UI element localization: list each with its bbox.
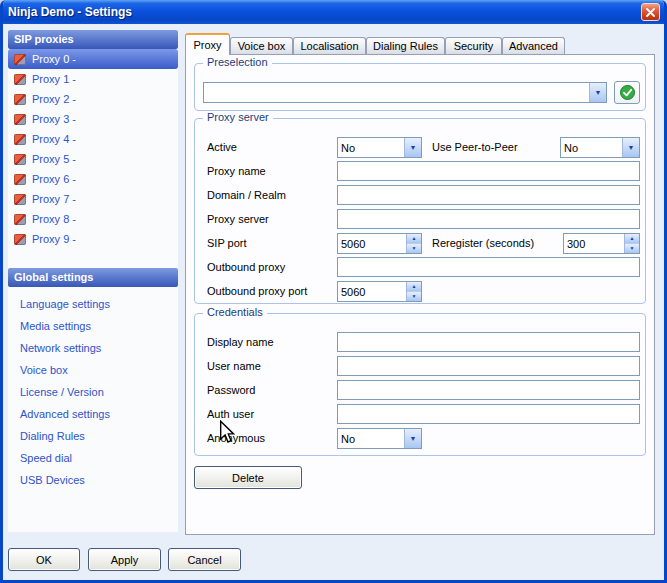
spinner-value: 5060 xyxy=(338,238,406,250)
preselection-dropdown[interactable]: ▼ xyxy=(203,82,607,103)
sidebar-item-label: Proxy 5 - xyxy=(32,153,76,165)
sidebar-item-proxy-6[interactable]: Proxy 6 - xyxy=(8,169,178,189)
field-label: SIP port xyxy=(207,237,247,249)
sidebar-item-speed-dial[interactable]: Speed dial xyxy=(8,448,178,468)
sidebar-item-license-version[interactable]: License / Version xyxy=(8,382,178,402)
close-button[interactable] xyxy=(641,3,660,21)
spinner-down-button[interactable]: ▼ xyxy=(407,244,421,253)
dropdown-button[interactable]: ▼ xyxy=(622,138,639,157)
sidebar-item-media-settings[interactable]: Media settings xyxy=(8,316,178,336)
domain-realm-input[interactable] xyxy=(337,185,640,205)
dropdown-button[interactable]: ▼ xyxy=(404,138,421,157)
proxy-icon xyxy=(14,154,26,165)
spinner-up-button[interactable]: ▲ xyxy=(625,234,639,244)
delete-button[interactable]: Delete xyxy=(194,466,302,489)
anonymous-dropdown[interactable]: No ▼ xyxy=(337,428,422,449)
chevron-down-icon: ▼ xyxy=(410,435,417,442)
settings-window: Ninja Demo - Settings SIP proxies Proxy … xyxy=(0,0,667,583)
sidebar-item-network-settings[interactable]: Network settings xyxy=(8,338,178,358)
spinner-up-button[interactable]: ▲ xyxy=(407,282,421,292)
field-label: Reregister (seconds) xyxy=(432,237,534,249)
field-label: Outbound proxy xyxy=(207,261,285,273)
active-dropdown[interactable]: No ▼ xyxy=(337,137,422,158)
tab-dialing-rules[interactable]: Dialing Rules xyxy=(366,37,445,54)
preselection-group: Preselection ▼ xyxy=(194,63,646,111)
sidebar-header-global-settings: Global settings xyxy=(8,268,178,287)
sidebar-item-label: Proxy 6 - xyxy=(32,173,76,185)
proxy-server-input[interactable] xyxy=(337,209,640,229)
spinner-down-button[interactable]: ▼ xyxy=(407,292,421,301)
chevron-down-icon: ▼ xyxy=(410,144,417,151)
apply-button[interactable]: Apply xyxy=(88,548,161,571)
sidebar-item-proxy-9[interactable]: Proxy 9 - xyxy=(8,229,178,249)
sidebar-item-proxy-0[interactable]: Proxy 0 - xyxy=(8,49,178,69)
sidebar-item-proxy-4[interactable]: Proxy 4 - xyxy=(8,129,178,149)
sidebar-item-proxy-2[interactable]: Proxy 2 - xyxy=(8,89,178,109)
chevron-down-icon: ▼ xyxy=(595,89,602,96)
field-label: Proxy server xyxy=(207,213,269,225)
field-label: Use Peer-to-Peer xyxy=(432,141,518,153)
display-name-input[interactable] xyxy=(337,332,640,352)
credentials-group: Credentials Display name User name Passw… xyxy=(194,313,646,456)
sidebar-item-advanced-settings[interactable]: Advanced settings xyxy=(8,404,178,424)
proxy-icon xyxy=(14,174,26,185)
dropdown-value: No xyxy=(338,142,404,154)
group-legend: Proxy server xyxy=(203,111,273,123)
proxy-icon xyxy=(14,94,26,105)
proxy-icon xyxy=(14,54,26,65)
sidebar-item-label: Proxy 7 - xyxy=(32,193,76,205)
tab-advanced[interactable]: Advanced xyxy=(502,37,565,54)
dropdown-button[interactable]: ▼ xyxy=(404,429,421,448)
field-label: Domain / Realm xyxy=(207,189,286,201)
sidebar-item-proxy-3[interactable]: Proxy 3 - xyxy=(8,109,178,129)
sidebar-item-label: Proxy 8 - xyxy=(32,213,76,225)
field-label: Outbound proxy port xyxy=(207,285,307,297)
proxy-icon xyxy=(14,214,26,225)
cancel-button[interactable]: Cancel xyxy=(168,548,241,571)
outbound-proxy-input[interactable] xyxy=(337,257,640,277)
proxy-icon xyxy=(14,234,26,245)
proxy-name-input[interactable] xyxy=(337,161,640,181)
spinner-down-button[interactable]: ▼ xyxy=(625,244,639,253)
down-arrow-icon: ▼ xyxy=(412,246,417,251)
reregister-spinner[interactable]: 300 ▲ ▼ xyxy=(563,233,640,254)
proxy-icon xyxy=(14,114,26,125)
proxy-server-group: Proxy server Active No ▼ Use Peer-to-Pee… xyxy=(194,118,646,304)
confirm-preselection-button[interactable] xyxy=(614,81,640,104)
title-bar[interactable]: Ninja Demo - Settings xyxy=(0,0,667,24)
sidebar-item-language-settings[interactable]: Language settings xyxy=(8,294,178,314)
down-arrow-icon: ▼ xyxy=(630,246,635,251)
dropdown-button[interactable]: ▼ xyxy=(589,83,606,102)
sip-port-spinner[interactable]: 5060 ▲ ▼ xyxy=(337,233,422,254)
sidebar-item-label: Proxy 9 - xyxy=(32,233,76,245)
sidebar-item-proxy-8[interactable]: Proxy 8 - xyxy=(8,209,178,229)
sidebar-item-usb-devices[interactable]: USB Devices xyxy=(8,470,178,490)
group-legend: Preselection xyxy=(203,56,272,68)
user-name-input[interactable] xyxy=(337,356,640,376)
dropdown-value: No xyxy=(338,433,404,445)
sidebar-item-proxy-1[interactable]: Proxy 1 - xyxy=(8,69,178,89)
proxy-icon xyxy=(14,194,26,205)
sidebar-item-voice-box[interactable]: Voice box xyxy=(8,360,178,380)
field-label: User name xyxy=(207,360,261,372)
up-arrow-icon: ▲ xyxy=(412,236,417,241)
outbound-proxy-port-spinner[interactable]: 5060 ▲ ▼ xyxy=(337,281,422,302)
use-peer-to-peer-dropdown[interactable]: No ▼ xyxy=(560,137,640,158)
tab-voice-box[interactable]: Voice box xyxy=(230,37,293,54)
sidebar-item-dialing-rules[interactable]: Dialing Rules xyxy=(8,426,178,446)
spinner-value: 5060 xyxy=(338,286,406,298)
field-label: Display name xyxy=(207,336,274,348)
spinner-up-button[interactable]: ▲ xyxy=(407,234,421,244)
sidebar-item-proxy-5[interactable]: Proxy 5 - xyxy=(8,149,178,169)
sidebar-item-proxy-7[interactable]: Proxy 7 - xyxy=(8,189,178,209)
proxy-icon xyxy=(14,74,26,85)
dropdown-value: No xyxy=(561,142,622,154)
password-input[interactable] xyxy=(337,380,640,400)
tab-security[interactable]: Security xyxy=(445,37,502,54)
tab-proxy[interactable]: Proxy xyxy=(185,33,230,55)
ok-button[interactable]: OK xyxy=(8,548,80,571)
sidebar-item-label: Proxy 4 - xyxy=(32,133,76,145)
window-title: Ninja Demo - Settings xyxy=(8,5,132,19)
tab-localisation[interactable]: Localisation xyxy=(293,37,366,54)
auth-user-input[interactable] xyxy=(337,404,640,424)
